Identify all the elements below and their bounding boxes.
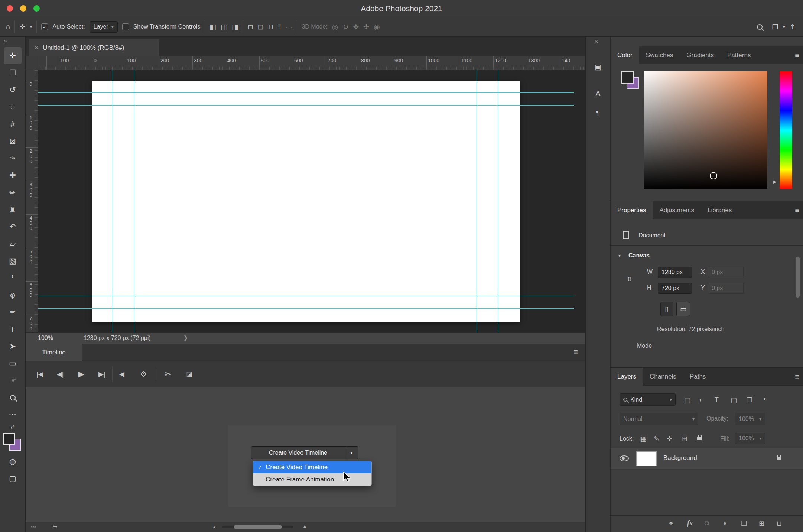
link-layers-icon[interactable]: ⚭ xyxy=(668,519,674,528)
blur-tool[interactable]: ❜ xyxy=(4,269,22,286)
crop-tool[interactable]: # xyxy=(4,116,22,133)
tab-channels[interactable]: Channels xyxy=(643,368,683,386)
canvas-section-label[interactable]: Canvas xyxy=(628,252,650,259)
hue-slider[interactable] xyxy=(780,71,792,189)
hue-slider-arrow-icon[interactable]: ▶ xyxy=(773,179,776,184)
zoom-level[interactable]: 100% xyxy=(38,335,53,341)
align-left-icon[interactable]: ◧ xyxy=(209,23,216,31)
play-button[interactable]: ▶ xyxy=(78,369,84,379)
tab-libraries[interactable]: Libraries xyxy=(701,201,738,219)
dodge-tool[interactable]: φ xyxy=(4,286,22,304)
filter-type-icon[interactable]: T xyxy=(715,396,719,404)
tab-layers[interactable]: Layers xyxy=(611,368,643,386)
guide-vertical[interactable] xyxy=(498,70,498,332)
blend-mode-dropdown[interactable]: Normal ▾ xyxy=(620,413,698,425)
search-icon[interactable] xyxy=(757,24,763,30)
eyedropper-tool[interactable]: ✑ xyxy=(4,150,22,167)
quick-selection-tool[interactable]: ◌ xyxy=(4,98,22,116)
filter-smart-object-icon[interactable]: ❐ xyxy=(747,396,752,404)
first-frame-button[interactable]: |◀ xyxy=(36,370,43,378)
canvas-viewport[interactable]: 0 100 200 300 400 500 600 700 xyxy=(26,70,585,332)
filter-adjustment-icon[interactable]: ◐ xyxy=(699,396,703,404)
fil ter-pin-icon[interactable]: ● xyxy=(763,396,766,401)
eraser-tool[interactable]: ▱ xyxy=(4,235,22,252)
align-bottom-icon[interactable]: ⊔ xyxy=(268,23,274,31)
tab-gradients[interactable]: Gradients xyxy=(680,46,721,64)
history-brush-tool[interactable]: ↶ xyxy=(4,218,22,235)
create-video-timeline-button[interactable]: Create Video Timeline ▾ xyxy=(251,446,358,459)
render-arrow-icon[interactable]: ↪ xyxy=(52,523,57,530)
path-selection-tool[interactable]: ➤ xyxy=(4,338,22,355)
quick-mask-icon[interactable]: ◍ xyxy=(4,453,22,470)
chevron-down-icon[interactable]: ▾ xyxy=(30,24,32,29)
pen-tool[interactable]: ✒ xyxy=(4,304,22,321)
zoom-in-mountain-icon[interactable]: ▲ xyxy=(302,523,307,529)
color-picker-ring[interactable] xyxy=(710,172,717,179)
x-input[interactable]: 0 px xyxy=(708,267,744,278)
expand-toolbar-icon[interactable]: » xyxy=(0,38,7,47)
lock-artboard-icon[interactable]: ⊞ xyxy=(682,435,687,443)
panel-menu-icon[interactable]: ≡ xyxy=(795,51,799,60)
audio-mute-button[interactable]: ◀ xyxy=(119,370,124,378)
tab-paths[interactable]: Paths xyxy=(683,368,712,386)
screen-mode-icon[interactable]: ▢ xyxy=(4,470,22,487)
foreground-color-swatch[interactable] xyxy=(621,71,634,84)
y-input[interactable]: 0 px xyxy=(708,283,744,294)
new-group-folder-icon[interactable]: ❏ xyxy=(741,519,747,528)
more-align-options-icon[interactable]: ⋯ xyxy=(285,23,292,31)
tab-color[interactable]: Color xyxy=(611,46,639,64)
guide-horizontal[interactable] xyxy=(38,296,574,296)
height-input[interactable]: 720 px xyxy=(658,283,692,294)
lock-position-icon[interactable]: ✛ xyxy=(667,435,672,443)
tab-timeline[interactable]: Timeline xyxy=(26,344,82,361)
menu-item-create-video-timeline[interactable]: ✓ Create Video Timeline xyxy=(253,461,371,473)
landscape-orientation-button[interactable]: ▭ xyxy=(676,302,690,316)
canvas[interactable] xyxy=(92,81,520,322)
tab-patterns[interactable]: Patterns xyxy=(721,46,757,64)
layer-mask-icon[interactable]: ◘ xyxy=(705,519,709,527)
character-panel-icon[interactable]: A xyxy=(592,88,604,99)
auto-select-checkbox[interactable]: ✓ xyxy=(41,23,48,30)
panel-menu-icon[interactable]: ≡ xyxy=(573,348,578,356)
healing-brush-tool[interactable]: ✚ xyxy=(4,167,22,184)
portrait-orientation-button[interactable]: ▯ xyxy=(660,302,673,316)
close-tab-icon[interactable]: × xyxy=(35,44,38,52)
chevron-down-icon[interactable]: ▾ xyxy=(783,24,786,30)
zoom-out-mountain-icon[interactable]: ▲ xyxy=(212,525,216,529)
show-transform-checkbox[interactable] xyxy=(122,23,129,30)
guide-vertical[interactable] xyxy=(113,70,113,332)
zoom-tool[interactable] xyxy=(4,389,22,406)
horizontal-ruler[interactable]: 100 0 100 200 300 400 500 600 700 800 90… xyxy=(38,56,585,70)
guide-vertical[interactable] xyxy=(477,70,477,332)
vertical-ruler[interactable]: 0 100 200 300 400 500 600 700 xyxy=(26,70,38,332)
move-tool[interactable]: ✛ xyxy=(4,47,22,64)
move-tool-preset-icon[interactable]: ✛ xyxy=(19,23,25,31)
guide-horizontal[interactable] xyxy=(38,308,574,309)
timeline-settings-icon[interactable]: ⚙ xyxy=(140,370,147,379)
home-icon[interactable]: ⌂ xyxy=(6,23,10,31)
frame-size-toggle-icon[interactable]: ▫▫▫ xyxy=(31,524,36,530)
width-input[interactable]: 1280 px xyxy=(658,267,692,278)
panel-menu-icon[interactable]: ≡ xyxy=(795,373,799,381)
brush-tool[interactable]: ✏ xyxy=(4,184,22,201)
split-clip-icon[interactable]: ✂ xyxy=(165,370,172,379)
frame-tool[interactable]: ⊠ xyxy=(4,133,22,150)
lasso-tool[interactable]: ↺ xyxy=(4,81,22,98)
align-center-icon[interactable]: ◫ xyxy=(221,23,227,31)
next-frame-button[interactable]: ▶| xyxy=(98,370,105,378)
type-tool[interactable]: T xyxy=(4,321,22,338)
collapse-section-icon[interactable]: ▾ xyxy=(618,253,621,258)
workspace-icon[interactable]: ❐ xyxy=(772,23,778,31)
edit-toolbar-icon[interactable]: ⋯ xyxy=(4,406,22,423)
delete-layer-trash-icon[interactable]: ⊔ xyxy=(777,519,782,528)
auto-select-target-dropdown[interactable]: Layer ▾ xyxy=(90,21,118,33)
paragraph-panel-icon[interactable]: ¶ xyxy=(592,108,604,119)
new-layer-icon[interactable]: ⊞ xyxy=(759,519,764,528)
filter-image-icon[interactable]: ▤ xyxy=(684,396,690,404)
align-middle-icon[interactable]: ⊟ xyxy=(258,23,264,31)
layer-row-background[interactable]: Background xyxy=(611,448,803,470)
artboard-panel-icon[interactable]: ▣ xyxy=(592,61,604,72)
transition-icon[interactable]: ◪ xyxy=(186,370,192,378)
shape-tool[interactable]: ▭ xyxy=(4,355,22,372)
align-right-icon[interactable]: ◨ xyxy=(232,23,238,31)
